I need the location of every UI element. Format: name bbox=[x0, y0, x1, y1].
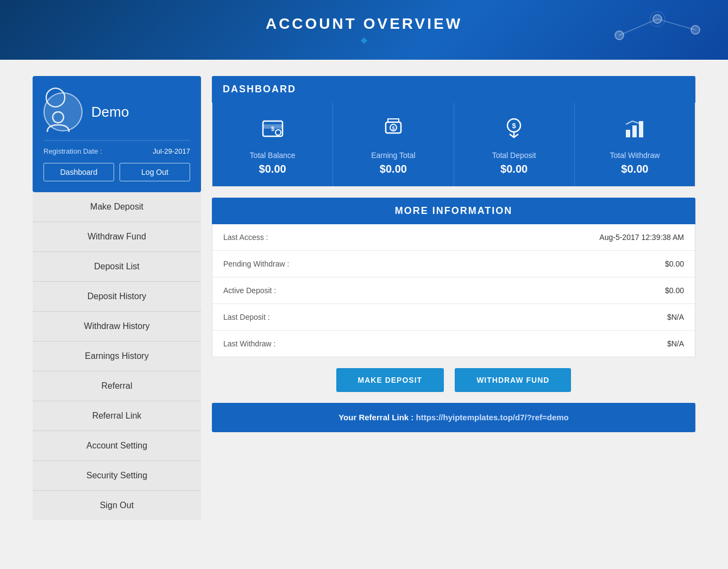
last-access-label: Last Access : bbox=[223, 233, 268, 242]
info-table: Last Access : Aug-5-2017 12:39:38 AM Pen… bbox=[212, 224, 695, 357]
earning-total-label: Earning Total bbox=[371, 151, 415, 160]
page-header: ACCOUNT OVERVIEW ◆ bbox=[0, 0, 728, 60]
sidebar-item-sign-out[interactable]: Sign Out bbox=[33, 491, 201, 520]
total-deposit-label: Total Deposit bbox=[492, 151, 536, 160]
last-withdraw-label: Last Withdraw : bbox=[223, 339, 275, 348]
total-balance-label: Total Balance bbox=[250, 151, 296, 160]
svg-point-9 bbox=[275, 130, 281, 135]
sidebar-item-referral[interactable]: Referral bbox=[33, 371, 201, 401]
svg-rect-19 bbox=[639, 121, 643, 137]
sidebar-item-deposit-history[interactable]: Deposit History bbox=[33, 282, 201, 312]
diamond-decoration: ◆ bbox=[361, 35, 367, 45]
active-deposit-label: Active Deposit : bbox=[223, 286, 276, 295]
content-area: DASHBOARD $ Total Balance $0.00 bbox=[212, 76, 695, 520]
stat-earning-total: $ Earning Total $0.00 bbox=[333, 103, 454, 186]
dashboard-title: DASHBOARD bbox=[223, 84, 685, 95]
sidebar-item-deposit-list[interactable]: Deposit List bbox=[33, 252, 201, 282]
sidebar-item-account-setting[interactable]: Account Setting bbox=[33, 431, 201, 461]
info-row-pending-withdraw: Pending Withdraw : $0.00 bbox=[212, 251, 695, 277]
svg-text:$: $ bbox=[392, 125, 394, 131]
referral-label: Your Referral Link : https://hyiptemplat… bbox=[338, 413, 569, 422]
make-deposit-button[interactable]: MAKE DEPOSIT bbox=[336, 368, 444, 392]
sidebar-nav: Make Deposit Withdraw Fund Deposit List … bbox=[33, 192, 201, 520]
dashboard-button[interactable]: Dashboard bbox=[43, 163, 114, 181]
total-withdraw-icon bbox=[620, 113, 649, 147]
reg-date-value: Jul-29-2017 bbox=[153, 147, 190, 155]
sidebar-item-referral-link[interactable]: Referral Link bbox=[33, 401, 201, 431]
logout-button[interactable]: Log Out bbox=[120, 163, 190, 181]
profile-top: ◯ Demo bbox=[43, 92, 190, 131]
sidebar: ◯ Demo Registration Date : Jul-29-2017 D… bbox=[33, 76, 201, 520]
stats-row: $ Total Balance $0.00 $ Earning Total bbox=[212, 103, 695, 187]
avatar-svg bbox=[45, 108, 72, 135]
last-withdraw-value: $N/A bbox=[667, 339, 684, 348]
page-title: ACCOUNT OVERVIEW bbox=[266, 15, 462, 33]
reg-date-label: Registration Date : bbox=[43, 147, 102, 155]
total-withdraw-value: $0.00 bbox=[621, 163, 648, 175]
active-deposit-value: $0.00 bbox=[665, 286, 684, 295]
referral-bar: Your Referral Link : https://hyiptemplat… bbox=[212, 403, 695, 432]
pending-withdraw-label: Pending Withdraw : bbox=[223, 260, 289, 268]
total-deposit-value: $0.00 bbox=[500, 163, 528, 175]
graph-decoration-icon bbox=[603, 3, 712, 52]
info-row-last-deposit: Last Deposit : $N/A bbox=[212, 304, 695, 331]
user-icon: ◯ bbox=[45, 85, 81, 140]
svg-line-3 bbox=[619, 19, 657, 35]
more-info-title: MORE INFORMATION bbox=[223, 205, 685, 217]
stat-total-deposit: $ Total Deposit $0.00 bbox=[454, 103, 575, 186]
more-info-header: MORE INFORMATION bbox=[212, 198, 695, 224]
action-buttons: MAKE DEPOSIT WITHDRAW FUND bbox=[212, 357, 695, 403]
profile-username: Demo bbox=[91, 104, 129, 121]
info-row-last-access: Last Access : Aug-5-2017 12:39:38 AM bbox=[212, 224, 695, 251]
svg-rect-17 bbox=[626, 130, 630, 137]
main-layout: ◯ Demo Registration Date : Jul-29-2017 D… bbox=[0, 60, 728, 536]
sidebar-item-withdraw-fund[interactable]: Withdraw Fund bbox=[33, 222, 201, 252]
stat-total-withdraw: Total Withdraw $0.00 bbox=[575, 103, 695, 186]
svg-rect-18 bbox=[632, 125, 637, 137]
registration-date-row: Registration Date : Jul-29-2017 bbox=[43, 140, 190, 155]
dashboard-header: DASHBOARD bbox=[212, 76, 695, 103]
total-deposit-icon: $ bbox=[500, 113, 528, 147]
earning-total-icon: $ bbox=[379, 113, 407, 147]
last-access-value: Aug-5-2017 12:39:38 AM bbox=[599, 233, 684, 242]
profile-buttons: Dashboard Log Out bbox=[43, 163, 190, 181]
sidebar-item-earnings-history[interactable]: Earnings History bbox=[33, 342, 201, 371]
total-balance-value: $0.00 bbox=[259, 163, 286, 175]
profile-card: ◯ Demo Registration Date : Jul-29-2017 D… bbox=[33, 76, 201, 192]
svg-text:$: $ bbox=[271, 125, 274, 132]
stat-total-balance: $ Total Balance $0.00 bbox=[212, 103, 333, 186]
svg-text:$: $ bbox=[512, 122, 517, 130]
info-row-last-withdraw: Last Withdraw : $N/A bbox=[212, 331, 695, 357]
pending-withdraw-value: $0.00 bbox=[665, 260, 684, 268]
total-balance-icon: $ bbox=[259, 113, 287, 147]
withdraw-fund-button[interactable]: WITHDRAW FUND bbox=[455, 368, 571, 392]
earning-total-value: $0.00 bbox=[380, 163, 407, 175]
referral-link[interactable]: https://hyiptemplates.top/d7/?ref=demo bbox=[416, 413, 568, 422]
sidebar-item-withdraw-history[interactable]: Withdraw History bbox=[33, 312, 201, 342]
sidebar-item-make-deposit[interactable]: Make Deposit bbox=[33, 192, 201, 222]
info-row-active-deposit: Active Deposit : $0.00 bbox=[212, 277, 695, 304]
avatar: ◯ bbox=[43, 92, 83, 131]
last-deposit-value: $N/A bbox=[667, 313, 684, 321]
last-deposit-label: Last Deposit : bbox=[223, 313, 270, 321]
total-withdraw-label: Total Withdraw bbox=[610, 151, 660, 160]
sidebar-item-security-setting[interactable]: Security Setting bbox=[33, 461, 201, 491]
svg-point-6 bbox=[53, 112, 64, 123]
